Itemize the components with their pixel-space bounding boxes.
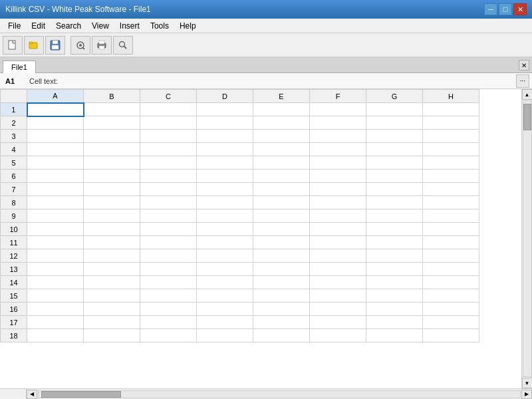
cell-F17[interactable] bbox=[310, 316, 366, 329]
cell-H2[interactable] bbox=[423, 116, 479, 130]
cell-E17[interactable] bbox=[253, 316, 310, 329]
cell-H15[interactable] bbox=[423, 289, 479, 303]
cell-F11[interactable] bbox=[310, 236, 366, 249]
cell-A2[interactable] bbox=[27, 116, 84, 130]
cell-C5[interactable] bbox=[140, 156, 197, 170]
cell-H12[interactable] bbox=[423, 249, 479, 263]
cell-D14[interactable] bbox=[197, 276, 253, 289]
cell-D15[interactable] bbox=[197, 289, 253, 303]
scroll-right-arrow[interactable]: ▶ bbox=[521, 390, 532, 399]
cell-D11[interactable] bbox=[197, 236, 253, 249]
menu-view[interactable]: View bbox=[86, 20, 114, 32]
col-header-E[interactable]: E bbox=[253, 90, 310, 103]
cell-E11[interactable] bbox=[253, 236, 310, 249]
cell-B11[interactable] bbox=[84, 236, 140, 249]
cell-C11[interactable] bbox=[140, 236, 197, 249]
cell-F15[interactable] bbox=[310, 289, 366, 303]
cell-B10[interactable] bbox=[84, 223, 140, 236]
scroll-thumb-horizontal[interactable] bbox=[41, 391, 121, 398]
cell-A18[interactable] bbox=[27, 329, 84, 342]
cell-F5[interactable] bbox=[310, 156, 366, 170]
cell-H7[interactable] bbox=[423, 183, 479, 196]
open-button[interactable] bbox=[24, 36, 44, 55]
cell-D12[interactable] bbox=[197, 249, 253, 263]
cell-G15[interactable] bbox=[366, 289, 423, 303]
cell-A12[interactable] bbox=[27, 249, 84, 263]
cell-A15[interactable] bbox=[27, 289, 84, 303]
cell-D1[interactable] bbox=[197, 103, 253, 116]
cell-G5[interactable] bbox=[366, 156, 423, 170]
cell-H10[interactable] bbox=[423, 223, 479, 236]
cell-A10[interactable] bbox=[27, 223, 84, 236]
close-button[interactable]: ✕ bbox=[513, 3, 527, 15]
col-header-H[interactable]: H bbox=[423, 90, 479, 103]
cell-B2[interactable] bbox=[84, 116, 140, 130]
cell-G13[interactable] bbox=[366, 263, 423, 276]
cell-G14[interactable] bbox=[366, 276, 423, 289]
cell-G6[interactable] bbox=[366, 170, 423, 183]
cell-E2[interactable] bbox=[253, 116, 310, 130]
cell-H3[interactable] bbox=[423, 130, 479, 143]
cell-B6[interactable] bbox=[84, 170, 140, 183]
horizontal-scrollbar[interactable]: ◀ ▶ bbox=[27, 389, 532, 399]
cell-B3[interactable] bbox=[84, 130, 140, 143]
cell-H16[interactable] bbox=[423, 303, 479, 316]
cell-H9[interactable] bbox=[423, 209, 479, 223]
maximize-button[interactable]: □ bbox=[499, 3, 512, 15]
cell-H13[interactable] bbox=[423, 263, 479, 276]
col-header-D[interactable]: D bbox=[197, 90, 253, 103]
cell-F7[interactable] bbox=[310, 183, 366, 196]
cell-A5[interactable] bbox=[27, 156, 84, 170]
cell-B8[interactable] bbox=[84, 196, 140, 209]
col-header-C[interactable]: C bbox=[140, 90, 197, 103]
cell-B4[interactable] bbox=[84, 143, 140, 156]
cell-A9[interactable] bbox=[27, 209, 84, 223]
scroll-track-horizontal[interactable] bbox=[38, 390, 521, 398]
cell-F14[interactable] bbox=[310, 276, 366, 289]
cell-E8[interactable] bbox=[253, 196, 310, 209]
cell-B18[interactable] bbox=[84, 329, 140, 342]
cell-F8[interactable] bbox=[310, 196, 366, 209]
cell-F6[interactable] bbox=[310, 170, 366, 183]
cell-A14[interactable] bbox=[27, 276, 84, 289]
cell-H5[interactable] bbox=[423, 156, 479, 170]
cell-F1[interactable] bbox=[310, 103, 366, 116]
cell-C4[interactable] bbox=[140, 143, 197, 156]
cell-E18[interactable] bbox=[253, 329, 310, 342]
cell-E9[interactable] bbox=[253, 209, 310, 223]
tab-close-button[interactable]: ✕ bbox=[519, 60, 529, 70]
scroll-left-arrow[interactable]: ◀ bbox=[27, 390, 37, 399]
cell-F12[interactable] bbox=[310, 249, 366, 263]
scroll-up-arrow[interactable]: ▲ bbox=[522, 89, 533, 100]
menu-tools[interactable]: Tools bbox=[145, 20, 174, 32]
cell-H6[interactable] bbox=[423, 170, 479, 183]
cell-F16[interactable] bbox=[310, 303, 366, 316]
cell-G8[interactable] bbox=[366, 196, 423, 209]
cell-F4[interactable] bbox=[310, 143, 366, 156]
cell-F10[interactable] bbox=[310, 223, 366, 236]
cell-F9[interactable] bbox=[310, 209, 366, 223]
cell-A17[interactable] bbox=[27, 316, 84, 329]
cell-B5[interactable] bbox=[84, 156, 140, 170]
new-button[interactable] bbox=[3, 36, 23, 55]
cell-C2[interactable] bbox=[140, 116, 197, 130]
cell-G9[interactable] bbox=[366, 209, 423, 223]
tab-file1[interactable]: File1 bbox=[3, 61, 36, 73]
cell-G10[interactable] bbox=[366, 223, 423, 236]
col-header-A[interactable]: A bbox=[27, 90, 84, 103]
cell-D7[interactable] bbox=[197, 183, 253, 196]
col-header-F[interactable]: F bbox=[310, 90, 366, 103]
cell-E1[interactable] bbox=[253, 103, 310, 116]
cell-E12[interactable] bbox=[253, 249, 310, 263]
cell-C10[interactable] bbox=[140, 223, 197, 236]
cell-D13[interactable] bbox=[197, 263, 253, 276]
cell-D16[interactable] bbox=[197, 303, 253, 316]
cell-expand-button[interactable]: ··· bbox=[516, 74, 529, 88]
cell-B13[interactable] bbox=[84, 263, 140, 276]
scroll-down-arrow[interactable]: ▼ bbox=[522, 378, 533, 388]
cell-H18[interactable] bbox=[423, 329, 479, 342]
cell-E15[interactable] bbox=[253, 289, 310, 303]
cell-G18[interactable] bbox=[366, 329, 423, 342]
cell-E13[interactable] bbox=[253, 263, 310, 276]
cell-G12[interactable] bbox=[366, 249, 423, 263]
